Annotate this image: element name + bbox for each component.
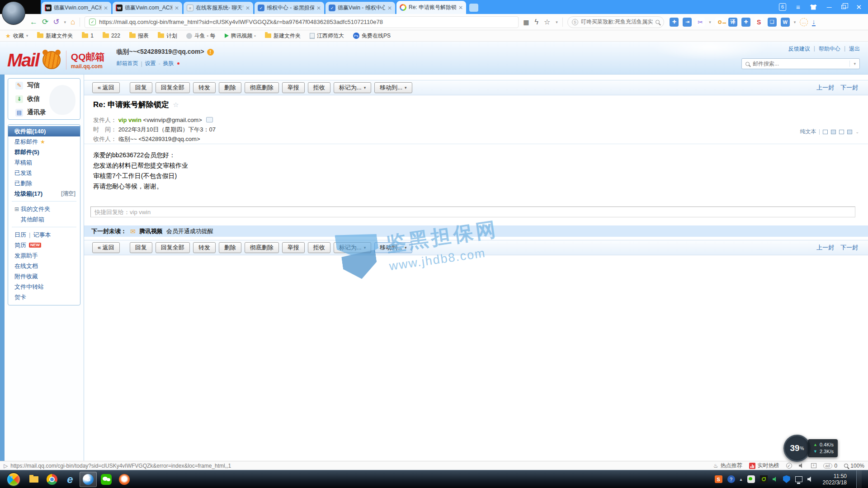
reply-all-button[interactable]: 回复全部 [156,82,190,93]
s-extension-icon[interactable]: S [755,18,764,27]
sidebar-item-other-mail[interactable]: 其他邮箱 [8,214,80,225]
more-extension-icon[interactable]: … [800,18,808,26]
url-text[interactable]: https://mail.qq.com/cgi-bin/frame_html?s… [99,19,383,25]
sidebar-item-greeting-card[interactable]: 贺卡 [8,292,80,302]
mute-speaker-icon[interactable] [799,463,804,468]
taskbar-clock[interactable]: 11:50 2022/3/18 [818,473,851,486]
taskbar-qq-browser[interactable] [116,472,133,487]
bookmark-online-ps[interactable]: Ps免费在线PS [353,32,391,40]
qqmail-logo[interactable]: Mail QQ邮箱 mail.qq.com [0,42,104,74]
sidebar-item-docs[interactable]: 在线文档 [8,261,80,271]
report-button[interactable]: 举报 [282,242,305,253]
sidebar-item-starred[interactable]: 星标邮件★ [8,136,80,147]
network-icon[interactable] [795,476,802,482]
reject-button[interactable]: 拒收 [308,242,330,253]
sidebar-item-deleted[interactable]: 已删除 [8,178,80,188]
taskbar-chrome[interactable] [43,472,61,487]
sogou-input-icon[interactable]: S [715,475,722,483]
scissors-extension-icon[interactable]: ✂ [696,18,705,27]
taskbar-folder[interactable] [25,472,42,487]
toolbox-icon[interactable]: + [811,463,816,468]
refresh-icon[interactable]: ⟳ [42,18,48,26]
layout-icon[interactable] [823,130,828,134]
prev-mail-link[interactable]: 上一封 [816,84,834,92]
notebook-link[interactable]: 记事本 [33,231,51,239]
mail-home-link[interactable]: 邮箱首页 [116,60,138,67]
caret-down-icon[interactable]: ▾ [794,20,796,24]
reply-all-button[interactable]: 回复全部 [156,242,190,253]
collapse-icon[interactable]: ⌄ [855,130,859,134]
caret-down-icon[interactable]: ▾ [64,20,66,24]
translate-extension-icon[interactable]: 译 [728,18,737,27]
tab-close-icon[interactable]: ✕ [175,5,179,11]
star-outline-icon[interactable]: ☆ [173,101,179,109]
help-tray-icon[interactable]: ? [727,475,735,483]
menu-icon[interactable]: ≡ [796,4,800,10]
taskbar-sogou-browser[interactable]: S [80,472,97,487]
reply-button[interactable]: 回复 [130,242,152,253]
qr-apps-icon[interactable]: ▦ [523,19,529,26]
reply-button[interactable]: 回复 [130,82,152,93]
forward-button[interactable]: 转发 [193,82,216,93]
address-bar[interactable]: ✓ https://mail.qq.com/cgi-bin/frame_html… [85,16,519,28]
volume-icon[interactable] [807,477,813,482]
tab-vwin-1[interactable]: W 德赢Vwin.com_AC米兰 ✕ [42,2,111,14]
new-tab-button[interactable] [469,4,478,12]
settings-link[interactable]: 设置 [145,60,156,67]
next-unread-subject[interactable]: 会员开通成功提醒 [166,227,213,235]
sidebar-item-junk[interactable]: 垃圾箱(17)[清空] [8,188,80,199]
next-unread-bar[interactable]: 下一封未读： ✉ 腾讯视频 会员开通成功提醒 [84,225,868,237]
taskbar-ie[interactable]: e [61,472,79,487]
sender-name[interactable]: vip vwin [118,117,142,123]
sidebar-item-my-folders[interactable]: ⊞我的文件夹 [8,204,80,214]
move-to-dropdown[interactable]: 移动到...▾ [374,82,412,93]
report-button[interactable]: 举报 [282,82,305,93]
close-button[interactable]: ✕ [856,4,862,10]
delete-button[interactable]: 删除 [219,242,241,253]
empty-junk-link[interactable]: [清空] [61,190,75,197]
wechat-tray-icon[interactable] [747,475,755,483]
skin-icon[interactable] [810,5,817,10]
caret-down-icon[interactable]: ▾ [849,61,856,67]
warning-icon[interactable]: ! [207,49,214,56]
green-speaker-icon[interactable] [773,477,778,482]
zoom-control[interactable]: 100% [844,463,864,469]
reject-button[interactable]: 拒收 [308,82,330,93]
restore-button[interactable] [841,5,846,9]
tab-count-badge[interactable]: 6 [779,3,786,11]
browser-search-box[interactable]: S 叮咚买菜致歉:死鱼充活鱼属实 [567,16,664,28]
plain-text-label[interactable]: 纯文本 [800,128,816,136]
help-center-link[interactable]: 帮助中心 [819,45,840,53]
forward-button[interactable]: 转发 [193,242,216,253]
sidebar-item-file-transfer[interactable]: 文件中转站 [8,282,80,292]
user-avatar[interactable] [2,1,25,25]
tab-weiquan-2[interactable]: ✓ 德赢Vwin - 维权中心 - ✕ [326,2,395,14]
skin-link[interactable]: 换肤 [163,60,174,67]
nvidia-tray-icon[interactable] [760,475,768,483]
delete-forever-button[interactable]: 彻底删除 [245,82,279,93]
sidebar-item-group-mail[interactable]: 群邮件(5) [8,147,80,157]
download-icon[interactable]: ↓ [812,18,816,26]
hot-rank-button[interactable]: 实时热榜 [749,462,779,469]
bookmark-tencent-video[interactable]: 腾讯视频 - [225,32,256,40]
security-check-icon[interactable]: ✓ [786,463,792,469]
bookmark-folder[interactable]: 新建文件夹 [37,32,73,40]
expand-icon[interactable]: ⊞ [14,206,19,212]
mail-search-input[interactable] [753,61,846,67]
next-mail-link[interactable]: 下一封 [840,84,858,92]
back-button[interactable]: « 返回 [92,82,120,93]
ad-blocker-counter[interactable]: ad0 [823,463,838,469]
lightning-icon[interactable]: ϟ [535,18,538,26]
bookmark-folder[interactable]: 报表 [129,32,149,40]
sidebar-item-sent[interactable]: 已发送 [8,168,80,178]
delete-forever-button[interactable]: 彻底删除 [245,242,279,253]
bookmark-favorites[interactable]: ★收藏▾ [5,32,28,40]
mail-search-box[interactable]: ▾ [741,58,860,69]
hot-recommend-button[interactable]: ♨热点推荐 [713,462,742,469]
taskbar-wechat[interactable] [98,472,115,487]
bookmark-star-icon[interactable]: ☆ [544,18,550,26]
next-mail-link[interactable]: 下一封 [840,244,858,252]
next-unread-sender[interactable]: 腾讯视频 [139,227,163,235]
mark-as-dropdown[interactable]: 标记为...▾ [334,82,371,93]
prev-mail-link[interactable]: 上一封 [816,244,834,252]
